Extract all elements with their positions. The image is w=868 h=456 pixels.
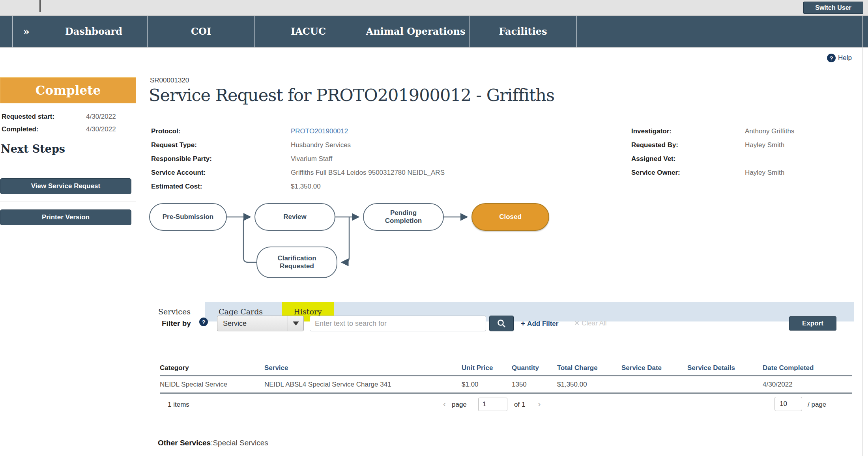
- assigned-vet-label: Assigned Vet:: [631, 155, 745, 163]
- request-type-value: Husbandry Services: [291, 141, 559, 150]
- column-header-quantity[interactable]: Quantity: [512, 364, 557, 372]
- protocol-label: Protocol:: [151, 127, 291, 136]
- help-icon: ?: [827, 54, 836, 62]
- cell-total-charge: $1,350.00: [557, 381, 621, 389]
- dropdown-arrow: [288, 316, 303, 331]
- service-owner-label: Service Owner:: [631, 168, 745, 177]
- other-services-label: Other Services: [158, 439, 211, 447]
- request-type-label: Request Type:: [151, 141, 291, 150]
- workflow-state-pre-submission: Pre-Submission: [149, 203, 227, 231]
- responsible-party-label: Responsible Party:: [151, 155, 291, 163]
- filter-help-icon[interactable]: ?: [199, 318, 208, 326]
- cell-date-completed: 4/30/2022: [763, 381, 852, 389]
- investigator-value: Anthony Griffiths: [745, 127, 863, 136]
- cell-unit-price: $1.00: [462, 381, 512, 389]
- column-header-unit-price[interactable]: Unit Price: [462, 364, 512, 372]
- per-page-label: / page: [808, 401, 826, 409]
- nav-stub[interactable]: [0, 16, 13, 47]
- prev-page-icon[interactable]: ‹: [443, 399, 446, 409]
- estimated-cost-label: Estimated Cost:: [151, 182, 291, 191]
- services-table: Category Service Unit Price Quantity Tot…: [160, 364, 852, 416]
- details-left-column: Protocol: PROTO201900012 Request Type: H…: [151, 127, 559, 191]
- column-header-service-date[interactable]: Service Date: [621, 364, 687, 372]
- nav-item-iacuc[interactable]: IACUC: [255, 16, 362, 47]
- column-header-category[interactable]: Category: [160, 364, 264, 372]
- assigned-vet-value: [745, 155, 863, 163]
- workflow-state-pending-completion: Pending Completion: [363, 203, 444, 231]
- sidebar-fields: Requested start: 4/30/2022 Completed: 4/…: [2, 113, 116, 133]
- cell-category: NEIDL Special Service: [160, 381, 264, 389]
- nav-item-coi[interactable]: COI: [148, 16, 255, 47]
- request-id: SR00001320: [150, 77, 189, 84]
- filter-field-selected: Service: [217, 320, 288, 328]
- estimated-cost-value: $1,350.00: [291, 182, 559, 191]
- status-badge: Complete: [0, 77, 136, 103]
- requested-by-label: Requested By:: [631, 141, 745, 150]
- clear-all-link[interactable]: ✕Clear All: [574, 319, 607, 327]
- search-button[interactable]: [489, 316, 514, 331]
- export-button[interactable]: Export: [789, 316, 836, 331]
- table-row: NEIDL Special Service NEIDL ABSL4 Specia…: [160, 376, 852, 394]
- page-of-total: of 1: [514, 401, 525, 409]
- search-input[interactable]: [310, 316, 486, 331]
- clear-icon: ✕: [574, 320, 580, 327]
- completed-value: 4/30/2022: [86, 125, 116, 133]
- cell-quantity: 1350: [512, 381, 557, 389]
- responsible-party-value: Vivarium Staff: [291, 155, 559, 163]
- nav-item-facilities[interactable]: Facilities: [470, 16, 577, 47]
- cell-service: NEIDL ABSL4 Special Service Charge 341: [264, 381, 462, 389]
- text-cursor-artifact: [39, 0, 41, 12]
- main-nav: » Dashboard COI IACUC Animal Operations …: [0, 16, 868, 48]
- page-title: Service Request for PROTO201900012 - Gri…: [149, 85, 554, 105]
- sidebar-divider: [0, 202, 136, 202]
- nav-filler: [577, 16, 868, 47]
- page-label: page: [452, 401, 467, 409]
- other-services-value: :Special Services: [211, 439, 268, 447]
- chevron-down-icon: [293, 321, 299, 325]
- nav-item-animal-operations[interactable]: Animal Operations: [362, 16, 470, 47]
- next-page-icon[interactable]: ›: [538, 399, 541, 409]
- help-link[interactable]: ? Help: [827, 54, 852, 62]
- page-size-input[interactable]: [774, 397, 802, 411]
- service-owner-value: Hayley Smith: [745, 168, 863, 177]
- tab-panel: Services Cage Cards History Filter by ? …: [144, 302, 854, 432]
- workflow-state-review: Review: [254, 203, 335, 231]
- next-steps-heading: Next Steps: [1, 143, 65, 155]
- top-bar: Switch User: [0, 0, 868, 16]
- investigator-label: Investigator:: [631, 127, 745, 136]
- service-account-label: Service Account:: [151, 168, 291, 177]
- filter-by-label: Filter by: [162, 319, 191, 328]
- plus-icon: +: [521, 319, 525, 327]
- column-header-date-completed[interactable]: Date Completed: [763, 364, 852, 372]
- switch-user-button[interactable]: Switch User: [803, 2, 863, 14]
- requested-by-value: Hayley Smith: [745, 141, 863, 150]
- page-right-edge: [862, 16, 863, 456]
- add-filter-link[interactable]: +Add Filter: [521, 319, 558, 328]
- protocol-link[interactable]: PROTO201900012: [291, 127, 559, 136]
- tab-services[interactable]: Services: [144, 302, 205, 321]
- workflow-state-closed-current: Closed: [471, 203, 549, 231]
- workflow-state-clarification-requested: Clarification Requested: [256, 247, 337, 278]
- page: Switch User » Dashboard COI IACUC Animal…: [0, 0, 868, 456]
- view-service-request-button[interactable]: View Service Request: [0, 178, 131, 194]
- filter-field-dropdown[interactable]: Service: [217, 316, 304, 331]
- column-header-total-charge[interactable]: Total Charge: [557, 364, 621, 372]
- column-header-service-details[interactable]: Service Details: [687, 364, 763, 372]
- column-header-service[interactable]: Service: [264, 364, 462, 372]
- printer-version-button[interactable]: Printer Version: [0, 209, 131, 225]
- items-count: 1 items: [168, 401, 189, 409]
- workflow-diagram: Pre-Submission Review Pending Completion…: [149, 199, 567, 284]
- nav-expand-button[interactable]: »: [13, 16, 40, 47]
- other-services-note: Other Services:Special Services: [158, 439, 268, 447]
- completed-label: Completed:: [2, 125, 86, 133]
- help-label: Help: [838, 54, 852, 62]
- search-icon: [497, 319, 506, 328]
- page-number-input[interactable]: [478, 398, 507, 411]
- double-chevron-icon: »: [23, 26, 29, 37]
- table-header-row: Category Service Unit Price Quantity Tot…: [160, 364, 852, 376]
- nav-item-dashboard[interactable]: Dashboard: [40, 16, 148, 47]
- requested-start-label: Requested start:: [2, 113, 86, 121]
- pagination-bar: 1 items ‹ page of 1 › / page: [160, 394, 852, 416]
- requested-start-value: 4/30/2022: [86, 113, 116, 121]
- details-right-column: Investigator: Anthony Griffiths Requeste…: [631, 127, 863, 177]
